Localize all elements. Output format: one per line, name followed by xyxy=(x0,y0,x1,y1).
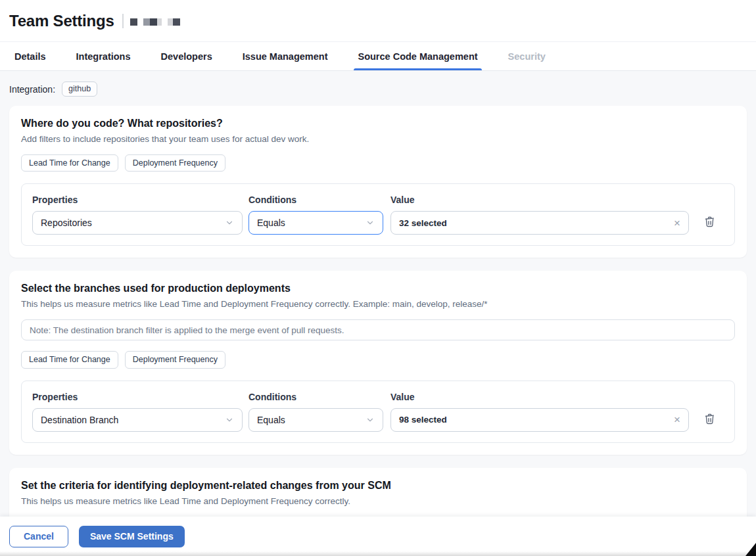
conditions-label: Conditions xyxy=(248,195,383,205)
conditions-select[interactable]: Equals xyxy=(248,408,383,432)
conditions-select-value: Equals xyxy=(257,415,285,425)
chip-lead-time-for-change: Lead Time for Change xyxy=(21,154,118,172)
repositories-card-title: Where do you code? What repositories? xyxy=(21,118,735,129)
delete-filter-button[interactable] xyxy=(701,410,719,430)
delete-filter-button[interactable] xyxy=(701,213,719,233)
close-icon[interactable]: × xyxy=(674,414,680,425)
close-icon[interactable]: × xyxy=(674,218,680,229)
tab-security[interactable]: Security xyxy=(508,42,546,70)
scm-settings-panel: Integration: github Where do you code? W… xyxy=(0,71,756,556)
branches-filter-box: Properties Destination Branch Conditions… xyxy=(21,381,735,443)
conditions-select-value: Equals xyxy=(257,218,285,228)
properties-select[interactable]: Destination Branch xyxy=(32,408,243,432)
value-multiselect[interactable]: 98 selected × xyxy=(390,408,689,432)
properties-label: Properties xyxy=(32,195,243,205)
value-selected-count: 98 selected xyxy=(399,415,447,425)
value-label: Value xyxy=(390,392,689,402)
tab-source-code-management[interactable]: Source Code Management xyxy=(358,42,477,70)
repositories-card: Where do you code? What repositories? Ad… xyxy=(9,106,747,258)
value-selected-count: 32 selected xyxy=(399,218,447,228)
chip-lead-time-for-change: Lead Time for Change xyxy=(21,351,118,368)
branches-card: Select the branches used for production … xyxy=(9,271,747,454)
cancel-button[interactable]: Cancel xyxy=(9,526,68,547)
page-title: Team Settings xyxy=(9,12,114,30)
metric-chip-row: Lead Time for Change Deployment Frequenc… xyxy=(21,154,735,172)
footer-actions: Cancel Save SCM Settings xyxy=(0,517,756,556)
conditions-label: Conditions xyxy=(248,392,383,402)
deployment-criteria-card-title: Set the criteria for identifying deploym… xyxy=(21,480,735,492)
chevron-down-icon xyxy=(366,415,375,425)
branches-card-title: Select the branches used for production … xyxy=(21,283,735,294)
save-scm-settings-button[interactable]: Save SCM Settings xyxy=(79,526,185,547)
settings-tabbar: Details Integrations Developers Issue Ma… xyxy=(0,42,756,71)
chevron-down-icon xyxy=(366,218,375,227)
team-settings-page: Team Settings Details Integrations Devel… xyxy=(0,0,756,556)
trash-icon xyxy=(703,216,716,230)
title-divider xyxy=(122,14,124,28)
properties-select[interactable]: Repositories xyxy=(32,211,243,235)
branch-note-input[interactable] xyxy=(21,319,735,340)
metric-chip-row: Lead Time for Change Deployment Frequenc… xyxy=(21,351,735,368)
chevron-down-icon xyxy=(225,218,234,227)
branches-card-subtitle: This helps us measure metrics like Lead … xyxy=(21,299,735,309)
integration-label: Integration: xyxy=(9,84,55,95)
chip-deployment-frequency: Deployment Frequency xyxy=(125,351,225,368)
tab-integrations[interactable]: Integrations xyxy=(76,42,131,70)
value-multiselect[interactable]: 32 selected × xyxy=(390,211,689,235)
tab-details[interactable]: Details xyxy=(14,42,46,70)
conditions-select[interactable]: Equals xyxy=(248,211,383,235)
properties-select-value: Repositories xyxy=(41,218,92,228)
trash-icon xyxy=(703,413,716,427)
chip-deployment-frequency: Deployment Frequency xyxy=(125,154,225,172)
deployment-criteria-card-subtitle: This helps us measure metrics like Lead … xyxy=(21,496,735,506)
integration-row: Integration: github xyxy=(9,80,747,106)
mouse-cursor xyxy=(745,543,756,556)
redacted-team-name xyxy=(130,18,180,26)
chevron-down-icon xyxy=(225,415,234,425)
value-label: Value xyxy=(390,195,689,205)
properties-label: Properties xyxy=(32,392,243,402)
tab-developers[interactable]: Developers xyxy=(161,42,212,70)
page-header: Team Settings xyxy=(0,0,756,42)
integration-badge: github xyxy=(62,81,97,97)
repositories-card-subtitle: Add filters to include repositories that… xyxy=(21,134,735,144)
properties-select-value: Destination Branch xyxy=(41,415,118,425)
repositories-filter-box: Properties Repositories Conditions Equal… xyxy=(21,183,735,246)
tab-issue-management[interactable]: Issue Management xyxy=(243,42,328,70)
